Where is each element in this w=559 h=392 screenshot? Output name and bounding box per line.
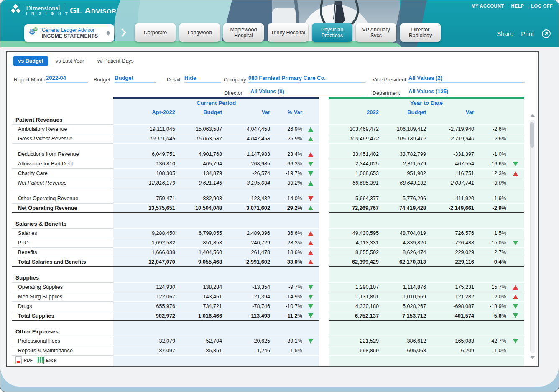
vice-president-select[interactable]: All Values (2) [408, 75, 525, 83]
nav-tab-vp-ancillary-svcs[interactable]: VP Ancillary Svcs [356, 23, 396, 42]
row-label: Deductions from Revenue [12, 150, 113, 159]
company-select[interactable]: 080 Fernleaf Primary Care Co. [248, 75, 365, 83]
table-row: Allowance for Bad Debt136,810405,794-268… [12, 159, 524, 169]
help-link[interactable]: HELP [511, 3, 524, 8]
year-to-date-header: Year to Date 2022 Budget Var [329, 99, 524, 116]
export-excel-button[interactable]: Excel [37, 357, 57, 364]
table-row: Gross Patient Revenue19,111,04515,063,58… [12, 134, 524, 144]
scrollbar-down-icon[interactable] [531, 356, 535, 359]
scrollbar-track[interactable] [530, 120, 535, 353]
nav-tab-physician-practices[interactable]: Physician Practices [312, 23, 352, 42]
variance-up-icon [308, 250, 313, 255]
filter-budget: Budget [94, 76, 110, 83]
print-button[interactable]: Print [521, 30, 534, 37]
cell-value: 26.9% [270, 126, 302, 132]
cell-value: 726,576 [426, 230, 474, 236]
cell-value: 33.2% [270, 180, 302, 186]
nav-tab-director-radiology[interactable]: Director Radiology [400, 23, 441, 42]
report-month-select[interactable]: 2022-04 [46, 75, 88, 83]
variance-down-icon [513, 313, 518, 318]
cell-value: -11.2% [270, 313, 302, 319]
row-label: Allowance for Bad Debt [12, 159, 113, 169]
cell-value: 9,055,468 [175, 259, 222, 265]
cell-value: 175,231 [426, 284, 474, 290]
cell-value: 1,092,582 [113, 240, 175, 246]
detail-select[interactable]: Hide [184, 75, 221, 83]
nav-tab-maplewood-hospital[interactable]: Maplewood Hospital [223, 23, 264, 42]
variance-down-icon [308, 162, 313, 166]
cell-value: 12,047,070 [113, 259, 175, 265]
filter-company: Company [224, 76, 246, 83]
table-row: Total Supplies902,9721,016,466-113,493-1… [12, 311, 524, 321]
director-select[interactable]: All Values (8) [250, 88, 365, 96]
cell-value: 5,028,267 [379, 303, 426, 309]
logo-divider [64, 4, 64, 16]
view-tab-w-patient-days[interactable]: w/ Patient Days [97, 58, 134, 64]
cell-value: 12.0% [474, 294, 506, 300]
cell-value: 12.3% [474, 171, 506, 176]
table-rows: Patient RevenuesAmbulatory Revenue19,111… [12, 115, 524, 356]
variance-down-icon [308, 285, 313, 290]
cell-value: 851,853 [175, 240, 222, 246]
app-title: GL Advisor [70, 5, 117, 15]
table-row: Salaries9,288,4506,799,0552,489,39636.6%… [12, 229, 524, 238]
cell-value: 15.7% [474, 284, 506, 290]
export-bar: PDF Excel [15, 356, 57, 364]
variance-down-icon [308, 295, 313, 299]
cell-value: -268,985 [222, 161, 270, 167]
share-button[interactable]: Share [497, 30, 513, 37]
cell-value: 6,799,055 [175, 230, 222, 236]
table-scrollbar[interactable] [529, 114, 535, 359]
cell-value: -2.6% [474, 126, 506, 132]
variance-up-icon [308, 137, 313, 141]
cell-value: 221,529 [329, 338, 379, 344]
variance-down-icon [308, 313, 313, 318]
cell-value: 33.0% [270, 259, 302, 265]
cell-value: -331,397 [426, 151, 474, 157]
cell-value: 386,612 [379, 338, 426, 344]
view-tab-vs-last-year[interactable]: vs Last Year [56, 58, 84, 64]
row-label: Patient Revenues [12, 115, 113, 125]
scrollbar-thumb[interactable] [530, 122, 534, 148]
cell-value: 9,621,146 [175, 180, 222, 186]
cell-value: 106,189,412 [379, 126, 426, 132]
row-label: Charity Care [12, 169, 113, 178]
export-pdf-button[interactable]: PDF [15, 356, 33, 364]
cell-value: 33,782,799 [379, 151, 426, 157]
cell-value: 29.2% [270, 205, 302, 211]
cell-value: 8,626,474 [379, 249, 426, 255]
nav-tab-trinity-hospital[interactable]: Trinity Hospital [268, 23, 308, 42]
cell-value: 36.6% [270, 230, 302, 236]
variance-up-icon [308, 231, 313, 236]
variance-up-icon [308, 206, 313, 210]
cell-value: 2.7% [474, 249, 506, 255]
cell-value: 121,282 [426, 294, 474, 300]
log-off-link[interactable]: LOG OFF [531, 3, 553, 8]
cell-value: 4,047,458 [222, 126, 270, 132]
cell-value: -401,574 [426, 313, 474, 319]
variance-up-icon [513, 295, 518, 299]
cell-value: -2.9% [474, 205, 506, 211]
scrollbar-up-icon[interactable] [531, 114, 535, 117]
nav-tab-corporate[interactable]: Corporate [135, 23, 176, 42]
view-tab-vs-budget[interactable]: vs Budget [13, 56, 48, 66]
row-label: Salaries & Benefits [12, 219, 113, 229]
launch-arrow-icon[interactable] [541, 29, 551, 38]
cell-value: -14.9% [270, 294, 302, 300]
cell-value: 229,116 [426, 259, 474, 265]
variance-down-icon [513, 339, 518, 344]
logo-line1: Dimensional [26, 5, 69, 11]
cell-value: -2,719,940 [426, 136, 474, 142]
variance-up-icon [308, 260, 313, 264]
cell-value: 3,195,034 [222, 180, 270, 186]
cell-value: 1,068,653 [329, 171, 379, 176]
cell-value: 32,079 [113, 338, 175, 344]
nav-tab-longwood[interactable]: Longwood [179, 23, 220, 42]
department-select[interactable]: All Values (125) [408, 88, 525, 96]
budget-select[interactable]: Budget [115, 75, 156, 83]
cell-value: -39.1% [270, 338, 302, 344]
my-account-link[interactable]: MY ACCOUNT [471, 3, 504, 8]
cell-value: 85,851 [175, 348, 222, 354]
row-label: Professional Fees [12, 336, 113, 346]
cell-value: 74,419,428 [379, 205, 426, 211]
